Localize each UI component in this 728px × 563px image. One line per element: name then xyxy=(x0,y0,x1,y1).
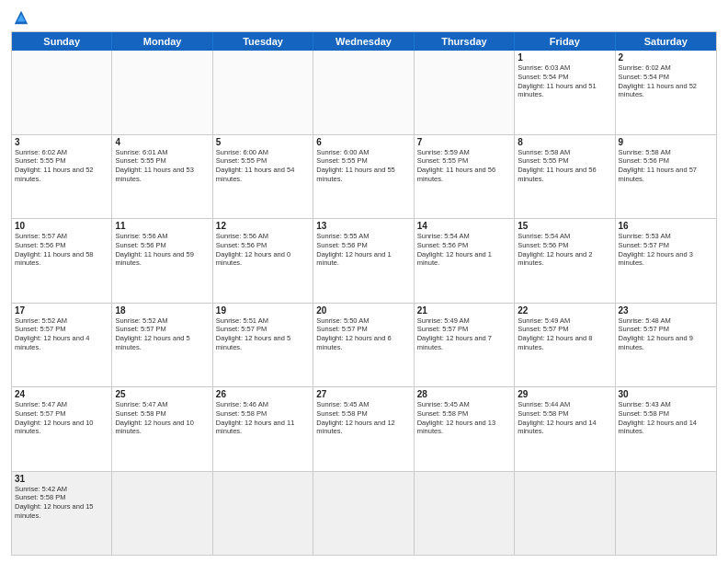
day-info: Sunrise: 5:56 AM Sunset: 5:56 PM Dayligh… xyxy=(216,232,310,268)
day-number: 28 xyxy=(417,389,511,399)
calendar-cell: 27Sunrise: 5:45 AM Sunset: 5:58 PM Dayli… xyxy=(313,387,414,471)
calendar-cell: 14Sunrise: 5:54 AM Sunset: 5:56 PM Dayli… xyxy=(415,219,515,303)
day-info: Sunrise: 5:45 AM Sunset: 5:58 PM Dayligh… xyxy=(417,400,511,436)
calendar-header: SundayMondayTuesdayWednesdayThursdayFrid… xyxy=(12,32,716,51)
calendar-cell xyxy=(12,51,112,134)
day-info: Sunrise: 6:01 AM Sunset: 5:55 PM Dayligh… xyxy=(115,148,209,184)
calendar-row: 24Sunrise: 5:47 AM Sunset: 5:57 PM Dayli… xyxy=(12,386,716,471)
calendar-cell: 12Sunrise: 5:56 AM Sunset: 5:56 PM Dayli… xyxy=(213,219,313,303)
calendar-cell: 19Sunrise: 5:51 AM Sunset: 5:57 PM Dayli… xyxy=(213,304,313,387)
day-info: Sunrise: 5:54 AM Sunset: 5:56 PM Dayligh… xyxy=(518,232,611,268)
day-info: Sunrise: 5:43 AM Sunset: 5:58 PM Dayligh… xyxy=(619,400,713,436)
calendar-cell xyxy=(415,51,515,134)
calendar-row: 10Sunrise: 5:57 AM Sunset: 5:56 PM Dayli… xyxy=(12,218,716,303)
calendar-cell xyxy=(515,472,615,556)
day-number: 11 xyxy=(115,221,209,231)
day-number: 20 xyxy=(316,305,410,316)
day-number: 24 xyxy=(15,389,108,399)
day-number: 29 xyxy=(518,389,611,399)
calendar-cell xyxy=(112,51,212,134)
calendar-row: 17Sunrise: 5:52 AM Sunset: 5:57 PM Dayli… xyxy=(12,303,716,387)
day-number: 6 xyxy=(316,137,410,147)
calendar-cell xyxy=(616,472,716,556)
calendar-cell: 5Sunrise: 6:00 AM Sunset: 5:55 PM Daylig… xyxy=(213,135,313,219)
day-number: 3 xyxy=(15,137,108,147)
header-cell-tuesday: Tuesday xyxy=(213,32,313,51)
day-info: Sunrise: 5:51 AM Sunset: 5:57 PM Dayligh… xyxy=(216,316,310,352)
calendar-cell: 3Sunrise: 6:02 AM Sunset: 5:55 PM Daylig… xyxy=(12,135,112,219)
calendar-cell: 6Sunrise: 6:00 AM Sunset: 5:55 PM Daylig… xyxy=(313,135,414,219)
day-info: Sunrise: 5:52 AM Sunset: 5:57 PM Dayligh… xyxy=(115,316,209,352)
day-number: 13 xyxy=(316,221,410,231)
day-info: Sunrise: 5:53 AM Sunset: 5:57 PM Dayligh… xyxy=(619,232,713,268)
calendar-cell: 15Sunrise: 5:54 AM Sunset: 5:56 PM Dayli… xyxy=(515,219,615,303)
calendar-cell: 23Sunrise: 5:48 AM Sunset: 5:57 PM Dayli… xyxy=(616,304,716,387)
logo-icon xyxy=(13,9,29,26)
header-cell-wednesday: Wednesday xyxy=(313,32,414,51)
day-number: 16 xyxy=(619,221,713,231)
calendar-cell: 26Sunrise: 5:46 AM Sunset: 5:58 PM Dayli… xyxy=(213,387,313,471)
calendar-cell: 22Sunrise: 5:49 AM Sunset: 5:57 PM Dayli… xyxy=(515,304,615,387)
header-cell-friday: Friday xyxy=(515,32,615,51)
calendar-cell: 17Sunrise: 5:52 AM Sunset: 5:57 PM Dayli… xyxy=(12,304,112,387)
day-number: 8 xyxy=(518,137,611,147)
day-info: Sunrise: 5:58 AM Sunset: 5:56 PM Dayligh… xyxy=(619,148,713,184)
calendar-cell: 24Sunrise: 5:47 AM Sunset: 5:57 PM Dayli… xyxy=(12,387,112,471)
calendar-cell: 2Sunrise: 6:02 AM Sunset: 5:54 PM Daylig… xyxy=(616,51,716,134)
day-number: 30 xyxy=(619,389,713,399)
calendar-body: 1Sunrise: 6:03 AM Sunset: 5:54 PM Daylig… xyxy=(12,51,716,555)
day-info: Sunrise: 6:02 AM Sunset: 5:54 PM Dayligh… xyxy=(619,63,713,99)
header-cell-saturday: Saturday xyxy=(616,32,716,51)
day-info: Sunrise: 5:48 AM Sunset: 5:57 PM Dayligh… xyxy=(619,316,713,352)
calendar-cell xyxy=(112,472,212,556)
day-number: 7 xyxy=(417,137,511,147)
day-number: 31 xyxy=(15,474,108,484)
calendar-cell: 18Sunrise: 5:52 AM Sunset: 5:57 PM Dayli… xyxy=(112,304,212,387)
calendar-cell: 9Sunrise: 5:58 AM Sunset: 5:56 PM Daylig… xyxy=(616,135,716,219)
calendar-cell: 31Sunrise: 5:42 AM Sunset: 5:58 PM Dayli… xyxy=(12,472,112,556)
day-info: Sunrise: 6:00 AM Sunset: 5:55 PM Dayligh… xyxy=(316,148,410,184)
calendar-row: 3Sunrise: 6:02 AM Sunset: 5:55 PM Daylig… xyxy=(12,134,716,219)
calendar-cell: 25Sunrise: 5:47 AM Sunset: 5:58 PM Dayli… xyxy=(112,387,212,471)
day-info: Sunrise: 5:50 AM Sunset: 5:57 PM Dayligh… xyxy=(316,316,410,352)
header-cell-sunday: Sunday xyxy=(12,32,112,51)
calendar-cell xyxy=(213,472,313,556)
calendar-cell: 28Sunrise: 5:45 AM Sunset: 5:58 PM Dayli… xyxy=(415,387,515,471)
day-info: Sunrise: 5:49 AM Sunset: 5:57 PM Dayligh… xyxy=(417,316,511,352)
calendar-cell: 21Sunrise: 5:49 AM Sunset: 5:57 PM Dayli… xyxy=(415,304,515,387)
calendar-cell: 11Sunrise: 5:56 AM Sunset: 5:56 PM Dayli… xyxy=(112,219,212,303)
calendar-row: 1Sunrise: 6:03 AM Sunset: 5:54 PM Daylig… xyxy=(12,51,716,134)
calendar: SundayMondayTuesdayWednesdayThursdayFrid… xyxy=(11,31,717,556)
day-info: Sunrise: 5:52 AM Sunset: 5:57 PM Dayligh… xyxy=(15,316,108,352)
calendar-cell: 10Sunrise: 5:57 AM Sunset: 5:56 PM Dayli… xyxy=(12,219,112,303)
calendar-cell: 4Sunrise: 6:01 AM Sunset: 5:55 PM Daylig… xyxy=(112,135,212,219)
day-info: Sunrise: 5:44 AM Sunset: 5:58 PM Dayligh… xyxy=(518,400,611,436)
calendar-cell xyxy=(415,472,515,556)
day-info: Sunrise: 5:57 AM Sunset: 5:56 PM Dayligh… xyxy=(15,232,108,268)
day-info: Sunrise: 5:47 AM Sunset: 5:57 PM Dayligh… xyxy=(15,400,108,436)
day-info: Sunrise: 5:54 AM Sunset: 5:56 PM Dayligh… xyxy=(417,232,511,268)
day-info: Sunrise: 5:55 AM Sunset: 5:56 PM Dayligh… xyxy=(316,232,410,268)
day-info: Sunrise: 5:42 AM Sunset: 5:58 PM Dayligh… xyxy=(15,485,108,521)
day-info: Sunrise: 5:46 AM Sunset: 5:58 PM Dayligh… xyxy=(216,400,310,436)
calendar-page: SundayMondayTuesdayWednesdayThursdayFrid… xyxy=(0,0,728,563)
day-number: 22 xyxy=(518,305,611,316)
day-number: 14 xyxy=(417,221,511,231)
day-number: 21 xyxy=(417,305,511,316)
header-cell-thursday: Thursday xyxy=(415,32,515,51)
day-info: Sunrise: 6:03 AM Sunset: 5:54 PM Dayligh… xyxy=(518,63,611,99)
day-info: Sunrise: 5:49 AM Sunset: 5:57 PM Dayligh… xyxy=(518,316,611,352)
day-number: 4 xyxy=(115,137,209,147)
day-info: Sunrise: 6:02 AM Sunset: 5:55 PM Dayligh… xyxy=(15,148,108,184)
day-number: 9 xyxy=(619,137,713,147)
day-number: 19 xyxy=(216,305,310,316)
calendar-cell: 1Sunrise: 6:03 AM Sunset: 5:54 PM Daylig… xyxy=(515,51,615,134)
day-info: Sunrise: 5:47 AM Sunset: 5:58 PM Dayligh… xyxy=(115,400,209,436)
calendar-cell: 16Sunrise: 5:53 AM Sunset: 5:57 PM Dayli… xyxy=(616,219,716,303)
day-number: 17 xyxy=(15,305,108,316)
day-number: 10 xyxy=(15,221,108,231)
day-number: 26 xyxy=(216,389,310,399)
calendar-cell xyxy=(313,51,414,134)
day-info: Sunrise: 5:59 AM Sunset: 5:55 PM Dayligh… xyxy=(417,148,511,184)
calendar-cell: 8Sunrise: 5:58 AM Sunset: 5:55 PM Daylig… xyxy=(515,135,615,219)
